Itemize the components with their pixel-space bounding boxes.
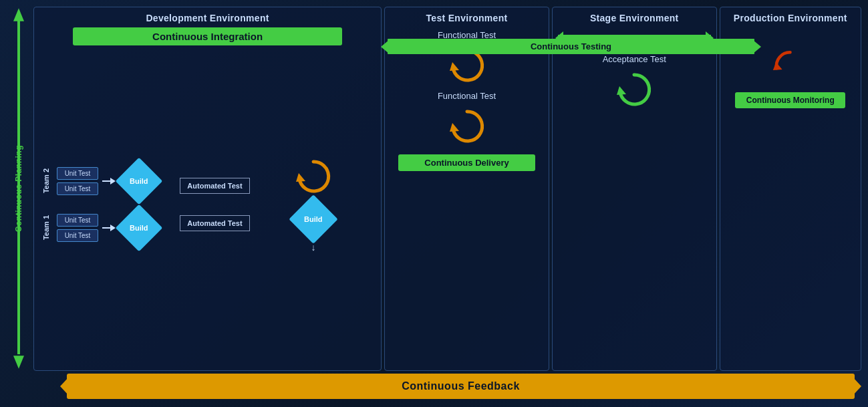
team2-unit-tests: Unit Test Unit Test <box>57 167 98 195</box>
prod-environment: Production Environment Continuous Monito… <box>720 7 861 371</box>
cd-box: Continuous Delivery <box>398 154 536 171</box>
team1-unit-tests: Unit Test Unit Test <box>57 214 98 242</box>
unit-test-box: Unit Test <box>57 182 98 195</box>
build-diamond-team2: Build <box>120 162 158 200</box>
automated-tests-column: Automated Test Automated Test <box>180 178 250 231</box>
functional-test-1-arrow <box>447 45 487 86</box>
svg-marker-6 <box>617 86 626 95</box>
ct-bar-container <box>558 30 711 46</box>
prod-circular-arrow <box>772 47 809 84</box>
team2-row: Team 2 Unit Test Unit Test <box>42 162 158 200</box>
test-content: Functional Test Functional Test Continuo… <box>390 27 543 174</box>
merge-build-label: Build <box>304 215 323 223</box>
build-label-team1: Build <box>130 224 148 232</box>
stage-title: Stage Environment <box>558 13 711 23</box>
team2-label: Team 2 <box>42 168 50 193</box>
svg-marker-2 <box>13 356 24 369</box>
test-title: Test Environment <box>390 13 543 23</box>
build-diamond-team1: Build <box>120 209 158 247</box>
functional-test-2-label: Functional Test <box>438 91 496 101</box>
right-merge-section: Build ↓ <box>254 156 373 253</box>
automated-test-team1: Automated Test <box>180 215 250 231</box>
prod-title: Production Environment <box>726 13 855 23</box>
cp-label: Continuous Planning <box>14 145 23 232</box>
ct-arrow-left <box>555 31 563 45</box>
svg-marker-5 <box>450 123 459 132</box>
test-environment: Test Environment Functional Test Functio… <box>384 7 549 371</box>
environments-row: Development Environment Continuous Integ… <box>0 0 868 371</box>
merge-build-diamond: Build <box>293 199 333 239</box>
unit-test-box: Unit Test <box>57 214 98 227</box>
functional-test-2-arrow <box>447 106 487 146</box>
unit-test-box: Unit Test <box>57 229 98 242</box>
acceptance-label: Acceptance Test <box>603 54 666 64</box>
arrow-to-build1 <box>102 225 116 231</box>
svg-marker-4 <box>450 62 459 71</box>
feedback-label: Continuous Feedback <box>402 380 520 392</box>
unit-test-box: Unit Test <box>57 167 98 180</box>
orange-circular-arrow <box>293 156 333 196</box>
dev-environment: Development Environment Continuous Integ… <box>33 7 382 371</box>
continuous-planning-arrow: Continuous Planning <box>5 7 32 370</box>
prod-content: Continuous Monitoring <box>726 27 855 111</box>
svg-marker-3 <box>296 173 305 182</box>
main-container: Continuous Planning Development Environm… <box>0 0 868 407</box>
bottom-bar-wrapper: Continuous Feedback <box>0 371 868 407</box>
feedback-bar: Continuous Feedback <box>67 374 855 399</box>
build-label-team2: Build <box>130 177 148 185</box>
svg-marker-0 <box>13 8 24 21</box>
stage-environment: Stage Environment Acceptance Test <box>552 7 717 371</box>
ci-box: Continuous Integration <box>73 27 342 45</box>
ct-bar <box>558 35 711 41</box>
cm-box: Continuous Monitoring <box>735 92 845 108</box>
stage-content: Acceptance Test <box>558 27 711 110</box>
ct-arrow-right <box>706 31 714 45</box>
teams-column: Team 2 Unit Test Unit Test <box>42 162 176 247</box>
team1-label: Team 1 <box>42 215 50 240</box>
acceptance-test-arrow <box>614 70 654 110</box>
automated-test-team2: Automated Test <box>180 178 250 194</box>
functional-test-1-label: Functional Test <box>438 30 496 40</box>
arrow-to-build2 <box>102 178 116 184</box>
team1-row: Team 1 Unit Test Unit Test <box>42 209 158 247</box>
dev-title: Development Environment <box>39 13 376 23</box>
